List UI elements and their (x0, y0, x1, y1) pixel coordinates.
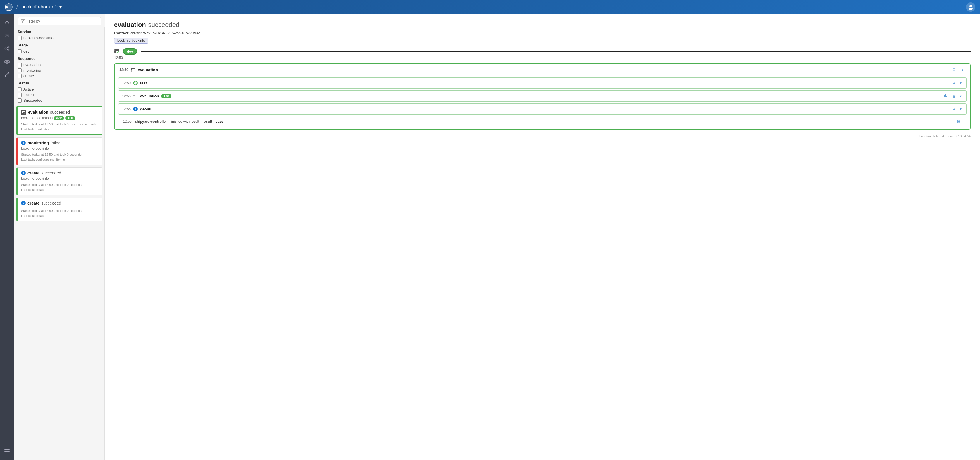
left-panel: Service bookinfo-bookinfo Stage dev Sequ… (14, 14, 105, 460)
seq2-name: monitoring (27, 141, 49, 145)
shipyard-result-label: result (202, 119, 212, 124)
filter-label-create: create (24, 74, 34, 78)
sidebar-settings-icon[interactable]: ⚙ (2, 17, 12, 28)
context-row: Context: dd7fc27f-c93c-4b1e-8215-c55a6b7… (114, 31, 970, 35)
sequence-card-3[interactable]: i create succeeded bookinfo-bookinfo Sta… (16, 167, 102, 195)
filter-item-active[interactable]: Active (18, 87, 101, 92)
status-filter-items: Active Failed Succeeded (18, 87, 101, 103)
stage-dev-badge[interactable]: dev (123, 48, 137, 55)
svg-point-4 (5, 48, 6, 49)
filter-top (14, 14, 105, 27)
filter-item-dev[interactable]: dev (18, 49, 101, 54)
svg-rect-19 (22, 112, 23, 113)
service-filter-items: bookinfo-bookinfo (18, 36, 101, 40)
sidebar-menu-icon[interactable] (2, 446, 12, 457)
filter-checkbox-monitoring[interactable] (18, 68, 22, 73)
sidebar-brush-icon[interactable] (2, 69, 12, 79)
filter-item-evaluation[interactable]: evaluation (18, 63, 101, 67)
svg-rect-24 (131, 68, 135, 69)
eval-header-name: evaluation (138, 68, 158, 72)
shipyard-controller: shipyard-controller (135, 119, 167, 124)
icon-sidebar: ⚙ ⚙ (0, 14, 14, 460)
seq1-last-task: Last task: evaluation (21, 127, 98, 132)
project-dropdown-icon[interactable]: ▾ (59, 5, 62, 10)
task-test-name: test (140, 81, 147, 85)
filter-item-create[interactable]: create (18, 74, 101, 78)
stage-eval-icon (114, 49, 119, 54)
shipyard-text: 12:55 shipyard-controller finished with … (123, 119, 223, 124)
sequence-card-1[interactable]: evaluation succeeded bookinfo-bookinfo i… (16, 106, 102, 135)
eval-collapse-icon[interactable]: ▲ (959, 67, 966, 73)
filter-icon (21, 19, 25, 23)
task-test-left: 12:50 test (122, 81, 147, 85)
seq3-last-task: Last task: create (21, 187, 98, 192)
task-eval-monitor-icon[interactable]: 🖥 (950, 93, 957, 99)
filter-checkbox-evaluation[interactable] (18, 63, 22, 67)
seq1-service: bookinfo-bookinfo in dev 100 (21, 116, 98, 120)
task-eval-name: evaluation (140, 94, 159, 98)
svg-point-2 (969, 5, 972, 7)
filter-label-failed: Failed (24, 93, 33, 97)
svg-rect-14 (5, 449, 10, 450)
nav-divider: / (16, 4, 18, 10)
sidebar-extensions-icon[interactable] (2, 56, 12, 67)
svg-rect-30 (134, 95, 135, 95)
filter-input[interactable] (27, 19, 98, 23)
seq4-meta: Started today at 12:50 and took 0 second… (21, 208, 98, 218)
task-getsli-info-icon: i (133, 107, 138, 111)
filter-input-wrap[interactable] (18, 17, 101, 25)
task-getsli-chevron-icon[interactable]: ▾ (959, 106, 963, 112)
svg-rect-32 (134, 97, 135, 97)
seq3-title: i create succeeded (21, 171, 98, 175)
sidebar-config-icon[interactable]: ⚙ (2, 30, 12, 41)
sequence-card-4[interactable]: i create succeeded Started today at 12:5… (16, 198, 102, 221)
filter-item-monitoring[interactable]: monitoring (18, 68, 101, 73)
filter-item-bookinfo[interactable]: bookinfo-bookinfo (18, 36, 101, 40)
filter-checkbox-bookinfo[interactable] (18, 36, 22, 40)
seq4-title: i create succeeded (21, 201, 98, 205)
seq1-status: succeeded (50, 110, 70, 114)
seq2-started: Started today at 12:50 and took 0 second… (21, 152, 98, 157)
filter-label-active: Active (24, 87, 33, 92)
stage-filter-items: dev (18, 49, 101, 54)
eval-monitor-icon[interactable]: 🖥 (951, 67, 957, 73)
shipyard-result-text: finished with result (170, 119, 199, 124)
task-test-monitor-icon[interactable]: 🖥 (950, 80, 957, 86)
filter-item-failed[interactable]: Failed (18, 93, 101, 97)
task-eval-barchart-icon[interactable] (942, 93, 949, 99)
task-test-chevron-icon[interactable]: ▾ (959, 80, 963, 86)
shipyard-monitor-icon[interactable]: 🖥 (955, 119, 962, 124)
task-eval-chevron-icon[interactable]: ▾ (959, 94, 963, 99)
svg-rect-23 (115, 52, 116, 53)
svg-point-6 (8, 49, 10, 51)
svg-point-28 (134, 81, 137, 84)
filter-item-succeeded[interactable]: Succeeded (18, 98, 101, 103)
fetch-time: Last time fetched: today at 13:04:54 (114, 135, 970, 138)
filter-checkbox-succeeded[interactable] (18, 98, 22, 103)
user-avatar[interactable] (966, 2, 975, 12)
detail-sequence-name: evaluation (114, 21, 146, 29)
svg-rect-15 (5, 451, 10, 452)
topnav-left: K / bookinfo-bookinfo ▾ (5, 3, 62, 11)
svg-rect-31 (134, 96, 135, 97)
filter-checkbox-failed[interactable] (18, 93, 22, 97)
seq4-last-task: Last task: create (21, 213, 98, 218)
filter-checkbox-create[interactable] (18, 74, 22, 78)
project-name[interactable]: bookinfo-bookinfo ▾ (21, 5, 62, 10)
timeline-time: 12:50 (114, 56, 970, 60)
sidebar-integrations-icon[interactable] (2, 43, 12, 54)
svg-line-7 (6, 48, 8, 48)
svg-rect-22 (115, 51, 116, 52)
context-label: Context: (114, 31, 130, 35)
task-getsli-monitor-icon[interactable]: 🖥 (950, 106, 957, 112)
filter-checkbox-active[interactable] (18, 87, 22, 92)
filter-checkbox-dev[interactable] (18, 49, 22, 54)
svg-line-8 (6, 49, 8, 50)
sequence-card-2[interactable]: i monitoring failed bookinfo-bookinfo St… (16, 137, 102, 165)
app-body: ⚙ ⚙ (0, 14, 980, 460)
stage-timeline: dev (114, 48, 970, 55)
seq2-last-task: Last task: configure-monitoring (21, 157, 98, 162)
status-filter-title: Status (18, 81, 101, 85)
seq4-status: succeeded (41, 201, 61, 205)
svg-rect-26 (131, 70, 132, 71)
